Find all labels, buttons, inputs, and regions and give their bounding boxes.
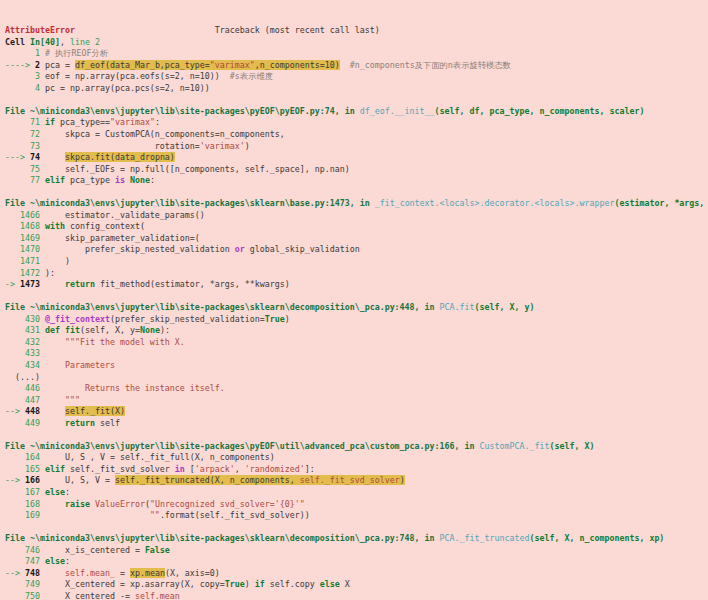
token-d: ): — [45, 268, 55, 278]
token-d: : — [155, 117, 160, 127]
traceback-line: 75 self._EOFs = np.full([n_components, s… — [5, 164, 708, 176]
token-cy: _fit_context.<locals>.decorator.<locals>… — [375, 198, 615, 208]
traceback-line: 447 """ — [5, 395, 708, 407]
token-d: , — [60, 37, 70, 47]
token-d — [40, 406, 65, 416]
token-d: ) — [245, 579, 255, 589]
traceback-line: 168 raise ValueError("Unrecognized svd_s… — [5, 499, 708, 511]
traceback-line: 449 return self — [5, 418, 708, 430]
token-gn: -> — [5, 279, 20, 289]
token-gn: 431 — [5, 325, 45, 335]
token-gn: --> — [5, 406, 25, 416]
traceback-line: --> 448 self._fit(X) — [5, 406, 708, 418]
token-gn: 432 — [5, 337, 45, 347]
traceback-line — [5, 187, 708, 199]
traceback-line: 746 x_is_centered = False — [5, 545, 708, 557]
token-gn: 1471 — [5, 256, 45, 266]
token-d: (X, axis=0) — [165, 568, 220, 578]
token-hs: "varimax" — [210, 60, 255, 70]
token-gn: 1470 — [5, 244, 45, 254]
token-an: 1473 — [20, 279, 40, 289]
token-s: Returns the instance itself. — [45, 383, 225, 393]
traceback-line: 4 pc = np.array(pca.pcs(s=2, n=10)) — [5, 83, 708, 95]
token-gn: 434 — [5, 360, 45, 370]
traceback-line: (...) — [5, 372, 708, 384]
token-d: self — [95, 418, 120, 428]
token-fa: (self, X, n_components, xp) — [530, 533, 665, 543]
token-k: else — [45, 556, 65, 566]
traceback-line: Cell In[40], line 2 — [5, 37, 708, 49]
token-d: : — [65, 556, 70, 566]
token-k: In[40] — [30, 37, 60, 47]
token-hd: ,n_components=10) — [255, 60, 340, 70]
token-cm: #s表示维度 — [230, 71, 273, 81]
traceback-line: -> 1473 return fit_method(estimator, *ar… — [5, 279, 708, 291]
token-d: ) — [245, 141, 250, 151]
token-d: pca_type== — [55, 117, 110, 127]
token-k: return — [65, 418, 95, 428]
token-w: Cell — [5, 37, 30, 47]
token-gn: 430 — [5, 314, 45, 324]
token-rd: self.mean_ — [65, 568, 115, 578]
token-k: else — [45, 487, 65, 497]
token-d — [340, 60, 350, 70]
token-k: if — [45, 117, 55, 127]
token-d — [45, 418, 65, 428]
token-d: X_centered = xp.asarray(X, copy= — [45, 579, 225, 589]
token-gn: 4 — [5, 83, 45, 93]
traceback-line: 1470 prefer_skip_nested_validation or gl… — [5, 244, 708, 256]
token-gn: line 2 — [70, 37, 100, 47]
token-s: "Unrecognized svd_solver='{0}'" — [150, 499, 305, 509]
token-cy: CustomPCA._fit — [480, 441, 550, 451]
token-p: or — [235, 244, 245, 254]
token-d: (...) — [5, 372, 40, 382]
token-d: ): — [160, 325, 170, 335]
token-gn: 449 — [5, 418, 45, 428]
token-gn: 72 — [5, 129, 45, 139]
token-s: 'varimax' — [200, 141, 245, 151]
token-r: AttributeError — [5, 25, 75, 35]
traceback-line: 164 U, S , V = self._fit_full(X, n_compo… — [5, 452, 708, 464]
traceback-line: 167 else: — [5, 487, 708, 499]
token-d: : — [65, 487, 70, 497]
token-gn: 1466 — [5, 210, 45, 220]
token-cy: df_eof.__init__ — [360, 106, 435, 116]
token-an: 448 — [25, 406, 40, 416]
token-d — [40, 152, 65, 162]
token-fp: File ~\miniconda3\envs\jupyter\lib\site-… — [5, 533, 440, 543]
token-d: Traceback (most recent call last) — [75, 25, 380, 35]
traceback-line: 1468 with config_context( — [5, 221, 708, 233]
token-d: pc = np.array(pca.pcs(s=2, n=10)) — [45, 83, 210, 93]
token-an: 74 — [30, 152, 40, 162]
token-b: None — [140, 325, 160, 335]
traceback-line: File ~\miniconda3\envs\jupyter\lib\site-… — [5, 441, 708, 453]
token-k: fit — [65, 325, 80, 335]
token-d — [45, 510, 150, 520]
traceback-line: 1472 ): — [5, 268, 708, 280]
token-d: skpca = CustomPCA(n_components=n_compone… — [45, 129, 285, 139]
token-fa: (estimator, *args, **kwargs) — [614, 198, 708, 208]
token-d: eof = np.array(pca.eofs(s=2, n=10)) — [45, 71, 230, 81]
token-s: """Fit the model with X. — [45, 337, 185, 347]
token-s: 'arpack' — [195, 464, 235, 474]
token-d: self.copy — [265, 579, 320, 589]
token-p: is — [115, 175, 125, 185]
token-d — [40, 568, 65, 578]
token-gn: 73 — [5, 141, 45, 151]
token-b: False — [145, 545, 170, 555]
token-gn: --> — [5, 568, 25, 578]
token-gn: 1469 — [5, 233, 45, 243]
token-gn: ---> — [5, 152, 30, 162]
token-d: pca = — [40, 60, 75, 70]
token-gn: 446 — [5, 383, 45, 393]
traceback-line: 430 @_fit_context(prefer_skip_nested_val… — [5, 314, 708, 326]
token-rd: self.mean_ — [135, 591, 185, 600]
token-d: pca_type — [65, 175, 115, 185]
traceback-line: --> 166 U, S, V = self._fit_truncated(X,… — [5, 475, 708, 487]
token-k: else — [320, 579, 340, 589]
traceback-line — [5, 291, 708, 303]
traceback-line: 432 """Fit the model with X. — [5, 337, 708, 349]
traceback-line — [5, 429, 708, 441]
traceback-line — [5, 522, 708, 534]
token-d: x_is_centered = — [45, 545, 145, 555]
